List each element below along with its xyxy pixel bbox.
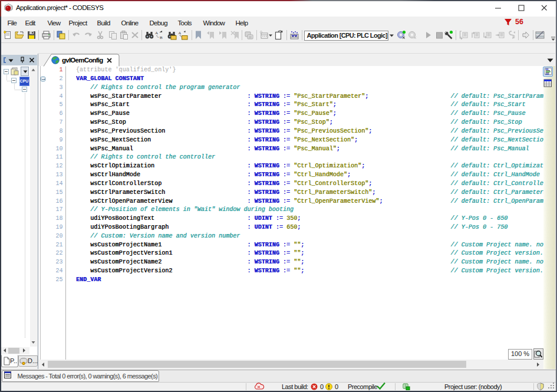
svg-text:A: A bbox=[155, 31, 158, 35]
svg-text:A: A bbox=[179, 31, 182, 35]
svg-text:B: B bbox=[160, 35, 163, 40]
